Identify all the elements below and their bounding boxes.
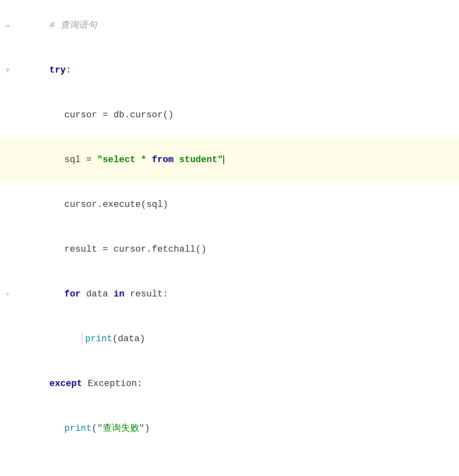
gutter-empty: [0, 451, 15, 466]
fail-string: "查询失败": [97, 423, 144, 434]
fold-for-icon[interactable]: ▽: [6, 287, 9, 302]
vbar-print: [82, 333, 82, 345]
fetchall-text: result = cursor.fetchall(): [64, 244, 206, 255]
gutter-print-data: [0, 317, 15, 362]
print-fail-close: ): [145, 423, 150, 434]
gutter-sql-assign: [0, 138, 15, 182]
print-fail-open: (: [92, 423, 97, 434]
kw-except: except: [49, 379, 82, 389]
code-content-print-data: print(data): [15, 317, 459, 362]
code-line-print-data: print(data): [0, 317, 459, 362]
kw-in: in: [114, 289, 124, 299]
sql-var: sql =: [64, 155, 97, 165]
code-content-for: for data in result:: [15, 272, 459, 317]
code-content-comment-query: # 查询语句: [15, 3, 459, 48]
code-content-print-fail: print("查询失败"): [15, 406, 459, 451]
editor-area: ▭ # 查询语句 ▽ try: cursor = db.cursor() sql…: [0, 0, 459, 476]
for-var: data: [81, 289, 114, 299]
gutter-fetchall: [0, 227, 15, 272]
gutter-fold-close[interactable]: ▭: [0, 3, 15, 48]
kw-for: for: [64, 289, 81, 299]
code-line-fetchall: result = cursor.fetchall(): [0, 227, 459, 272]
code-line-empty: [0, 451, 459, 466]
code-content-empty: [15, 451, 459, 466]
code-line-print-fail: print("查询失败"): [0, 406, 459, 451]
except-exception: Exception:: [82, 379, 142, 389]
code-line-cursor-assign: cursor = db.cursor(): [0, 93, 459, 138]
code-content-execute: cursor.execute(sql): [15, 182, 459, 227]
code-line-comment-store: ▽ # 存储数据: [0, 466, 459, 476]
colon-try: :: [66, 65, 71, 75]
func-print-fail: print: [64, 423, 92, 434]
gutter-except: [0, 362, 15, 406]
gutter-store[interactable]: ▽: [0, 466, 15, 476]
kw-try: try: [49, 65, 66, 75]
for-iter: result:: [124, 289, 168, 299]
gutter-try[interactable]: ▽: [0, 48, 15, 93]
code-line-sql-assign: sql = "select * from student": [0, 138, 459, 182]
fold-try-icon[interactable]: ▽: [6, 63, 9, 78]
sql-string: "select * from student": [97, 155, 223, 165]
code-content-fetchall: result = cursor.fetchall(): [15, 227, 459, 272]
code-line-for: ▽ for data in result:: [0, 272, 459, 317]
code-line-except: except Exception:: [0, 362, 459, 406]
code-line-comment-query: ▭ # 查询语句: [0, 3, 459, 48]
print-data-args: (data): [112, 334, 145, 344]
code-content-cursor-assign: cursor = db.cursor(): [15, 93, 459, 138]
execute-text: cursor.execute(sql): [64, 199, 168, 210]
comment-query-text: # 查询语句: [49, 20, 97, 31]
code-line-execute: cursor.execute(sql): [0, 182, 459, 227]
gutter-for[interactable]: ▽: [0, 272, 15, 317]
func-print: print: [85, 334, 112, 344]
gutter-print-fail: [0, 406, 15, 451]
code-content-try: try:: [15, 48, 459, 93]
text-cursor: [223, 155, 224, 164]
code-content-except: except Exception:: [15, 362, 459, 406]
gutter-execute: [0, 182, 15, 227]
gutter-cursor-assign: [0, 93, 15, 138]
cursor-assign-text: cursor = db.cursor(): [64, 110, 174, 120]
code-content-store: # 存储数据: [15, 466, 459, 476]
code-line-try: ▽ try:: [0, 48, 459, 93]
code-content-sql-assign: sql = "select * from student": [15, 138, 459, 182]
